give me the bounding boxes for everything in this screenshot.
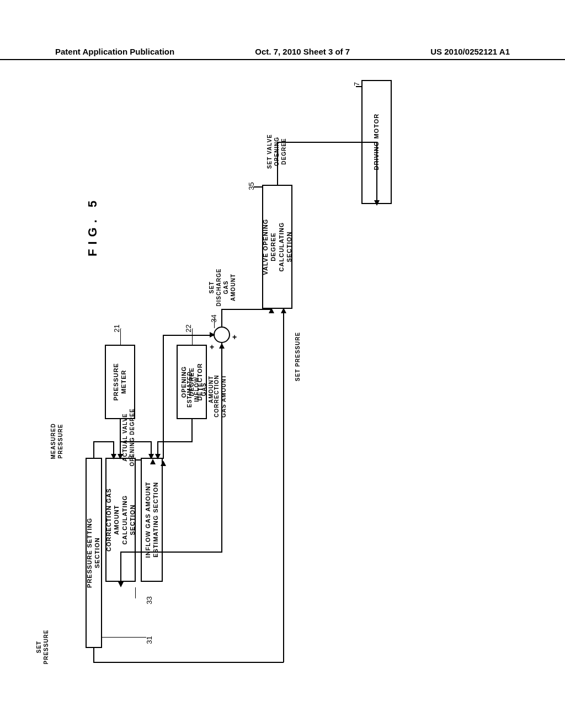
arrow-sdga-to-35 [269, 308, 274, 313]
line-sp-to-33-h [93, 441, 114, 442]
label-actual-valve-opening: ACTUAL VALVEOPENING DEGREE [121, 408, 136, 466]
plus-1: + [210, 342, 214, 351]
label-correction-gas: CORRECTIONGAS AMOUNT [213, 374, 227, 417]
figure-label: FIG. 5 [86, 196, 100, 256]
page-header: Patent Application Publication Oct. 7, 2… [0, 47, 565, 60]
label-measured-pressure: MEASUREDPRESSURE [50, 423, 64, 459]
header-left: Patent Application Publication [55, 47, 174, 56]
line-sp-35-h1 [93, 662, 284, 663]
line-est-inflow-start [150, 459, 156, 464]
lead-33 [135, 587, 136, 598]
arrow-corr-from-33 [118, 582, 124, 587]
line-est-inflow-v [163, 335, 164, 459]
ref-33: 33 [145, 596, 153, 604]
line-sp-35-v1 [283, 308, 284, 662]
arrow-est-inflow-to-sum [210, 332, 215, 338]
header-right: US 2010/0252121 A1 [430, 47, 510, 56]
line-sp-35-v0 [93, 648, 94, 662]
lead-31 [102, 637, 146, 638]
diagram: FIG. 5 PRESSUREMETER 21 OPENINGDEGREEDET… [69, 80, 483, 659]
plus-2: + [232, 333, 237, 341]
label-estimated-inflow: ESTIMATEDINFLOWGASAMOUNT [186, 371, 215, 408]
label-set-discharge-gas: SETDISCHARGEGASAMOUNT [208, 268, 237, 306]
box-inflow-gas-estimating: INFLOW GAS AMOUNTESTIMATING SECTION [141, 458, 163, 582]
line-est-inflow-h [163, 335, 214, 336]
box-valve-opening-calc: VALVE OPENINGDEGREECALCULATINGSECTION [262, 185, 292, 309]
line-measured-pressure-v [120, 419, 121, 458]
lead-35 [254, 186, 262, 188]
arrow-corr-to-sum [219, 343, 225, 349]
lead-7 [356, 86, 361, 87]
summing-junction [214, 326, 230, 343]
arrow-est-inflow-from-32 [161, 461, 166, 466]
lead-34 [214, 318, 215, 328]
line-sdga-v1 [221, 309, 222, 327]
label-set-pressure-right: SET PRESSURE [294, 332, 301, 381]
line-actual-valve-v1 [191, 419, 193, 441]
box-pressure-setting: PRESSURE SETTINGSECTION [86, 458, 102, 648]
line-sdga-h [221, 309, 272, 310]
label-set-pressure-left: SETPRESSURE [35, 629, 50, 664]
lead-21 [120, 328, 121, 345]
arrow-actual-valve [155, 454, 161, 459]
line-svo-v2 [376, 142, 377, 204]
arrow-svo-to-motor [374, 200, 380, 206]
line-corr-gas-v2 [120, 552, 121, 585]
ref-22: 22 [184, 324, 193, 332]
line-corr-gas-h [120, 552, 222, 553]
arrow-sp-to-33 [111, 454, 116, 459]
arrow-sp-to-35 [281, 308, 286, 313]
line-sp-to-33-v [93, 441, 94, 458]
line-svo-h [277, 142, 377, 143]
lead-22 [192, 328, 193, 345]
header-center: Oct. 7, 2010 Sheet 3 of 7 [255, 47, 350, 56]
label-set-valve-opening: SET VALVEOPENINGDEGREE [266, 134, 287, 169]
ref-21: 21 [113, 324, 121, 332]
